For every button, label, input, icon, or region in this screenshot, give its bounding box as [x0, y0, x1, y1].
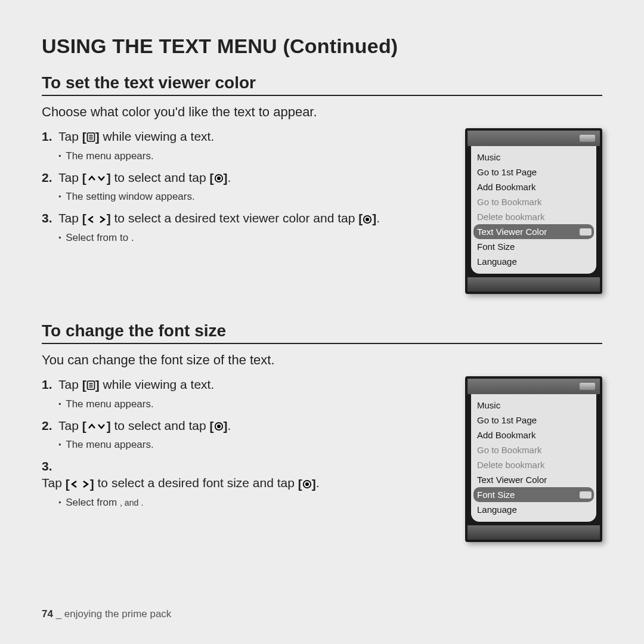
svg-point-13 [217, 425, 221, 428]
device-bottom-bar [467, 277, 600, 292]
device-menu-item: Delete bookmark [471, 457, 596, 472]
step-substep: The setting window appears. [58, 190, 454, 204]
device-menu-item: Delete bookmark [471, 209, 596, 224]
device-menu-item: Go to Bookmark [471, 442, 596, 457]
instruction-step: 2. Tap [] to select and tap []. [42, 169, 454, 187]
page-footer: 74 _ enjoying the prime pack [42, 608, 171, 620]
instruction-step: 1. Tap [] while viewing a text. [42, 128, 454, 146]
device-menu-item: Language [471, 254, 596, 269]
up-down-icon: [] [82, 418, 111, 435]
step-substep: Select from to . [58, 231, 454, 245]
step-number: 3. [42, 458, 320, 475]
step-number: 1. [42, 376, 58, 394]
device-menu-item: Add Bookmark [471, 179, 596, 194]
device-menu: MusicGo to 1st PageAdd BookmarkGo to Boo… [471, 146, 596, 274]
steps-list: 1. Tap [] while viewing a text. The menu… [42, 376, 454, 516]
instruction-step: 3. Tap [] to select a desired font size … [42, 458, 454, 493]
step-text: Tap [] to select a desired text viewer c… [58, 210, 454, 228]
step-number: 2. [42, 169, 58, 187]
up-down-icon: [] [82, 170, 111, 187]
steps-list: 1. Tap [] while viewing a text. The menu… [42, 128, 454, 251]
device-screenshot: MusicGo to 1st PageAdd BookmarkGo to Boo… [465, 376, 602, 542]
select-icon: [] [298, 476, 316, 493]
section-intro: Choose what color you'd like the text to… [42, 104, 602, 120]
left-right-icon: [] [82, 210, 111, 227]
step-substep: Select from , and . [58, 496, 454, 510]
device-menu-item: Text Viewer Color [471, 472, 596, 487]
device-menu-item: Language [471, 502, 596, 517]
device-menu-item: Go to 1st Page [471, 165, 596, 179]
select-icon: [] [358, 210, 376, 227]
page-title: USING THE TEXT MENU (Continued) [42, 35, 602, 58]
device-menu-item: Music [471, 398, 596, 413]
svg-point-7 [366, 218, 369, 221]
select-icon: [] [210, 418, 228, 435]
device-screenshot: MusicGo to 1st PageAdd BookmarkGo to Boo… [465, 128, 602, 294]
instruction-step: 3. Tap [] to select a desired text viewe… [42, 210, 454, 228]
step-substep: The menu appears. [58, 150, 454, 163]
step-substep: The menu appears. [58, 438, 454, 452]
instruction-step: 1. Tap [] while viewing a text. [42, 376, 454, 394]
step-text: Tap [] to select a desired font size and… [42, 475, 320, 493]
step-text: Tap [] to select and tap []. [58, 417, 454, 435]
left-right-icon: [] [66, 476, 94, 493]
device-menu-item: Font Size [471, 239, 596, 254]
device-menu-item: Add Bookmark [471, 428, 596, 442]
step-text: Tap [] while viewing a text. [58, 376, 454, 394]
manual-section: To change the font size You can change t… [42, 321, 602, 542]
select-icon: [] [210, 170, 228, 187]
section-intro: You can change the font size of the text… [42, 352, 602, 368]
menu-icon: [] [82, 377, 100, 394]
step-number: 2. [42, 417, 58, 435]
device-top-bar [467, 379, 600, 394]
step-text: Tap [] to select and tap []. [58, 169, 454, 187]
menu-icon: [] [82, 129, 100, 145]
device-menu: MusicGo to 1st PageAdd BookmarkGo to Boo… [471, 394, 596, 522]
step-substep: The menu appears. [58, 398, 454, 411]
device-menu-item: Go to 1st Page [471, 413, 596, 428]
step-number: 1. [42, 128, 58, 146]
section-heading: To set the text viewer color [42, 73, 602, 96]
section-heading: To change the font size [42, 321, 602, 344]
page-number: 74 [42, 608, 53, 620]
svg-point-5 [217, 177, 221, 180]
device-menu-item: Font Size [473, 487, 594, 502]
instruction-step: 2. Tap [] to select and tap []. [42, 417, 454, 435]
manual-section: To set the text viewer color Choose what… [42, 73, 602, 294]
device-top-bar [467, 131, 600, 146]
device-bottom-bar [467, 525, 600, 540]
step-text: Tap [] while viewing a text. [58, 128, 454, 146]
chapter-name: enjoying the prime pack [64, 608, 172, 620]
step-number: 3. [42, 210, 58, 228]
device-menu-item: Go to Bookmark [471, 194, 596, 209]
device-menu-item: Text Viewer Color [473, 224, 594, 239]
device-menu-item: Music [471, 150, 596, 165]
svg-point-15 [305, 482, 309, 486]
